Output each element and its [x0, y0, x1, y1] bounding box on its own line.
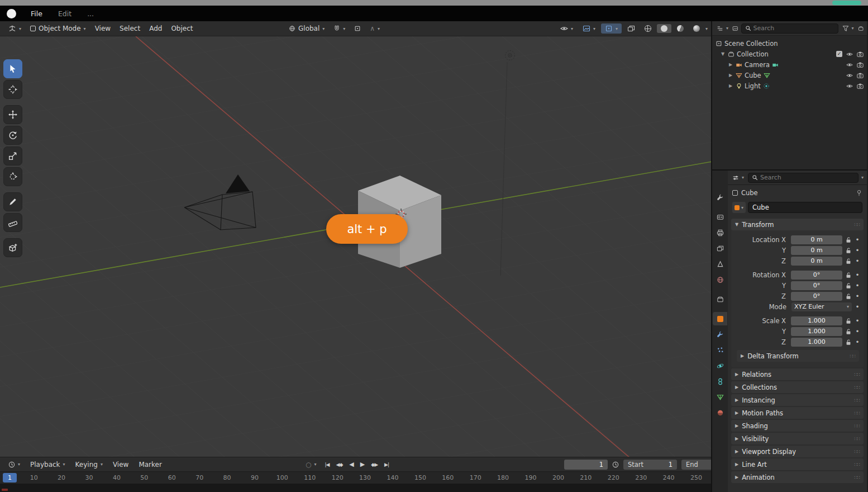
animate-dot[interactable]: •	[855, 317, 860, 325]
select-tool-button[interactable]	[3, 59, 22, 78]
properties-editor-type-button[interactable]: ▾	[731, 174, 745, 181]
menubar-indicator[interactable]	[832, 1, 861, 5]
timeline-menu-dropdown[interactable]: Keying▾	[71, 460, 107, 470]
overlays-toggle[interactable]: ▾	[601, 23, 622, 34]
play-reverse-button[interactable]: ◀	[347, 460, 355, 469]
new-collection-icon[interactable]	[858, 25, 864, 32]
props-tab-modifiers[interactable]	[713, 328, 727, 341]
value-field[interactable]: 0°	[791, 281, 842, 290]
animate-dot[interactable]: •	[855, 236, 860, 244]
lock-icon[interactable]	[845, 328, 852, 335]
drag-grip[interactable]: ∷∷	[855, 410, 860, 416]
animate-dot[interactable]: •	[855, 282, 860, 290]
eye-icon[interactable]	[846, 72, 853, 79]
drag-grip[interactable]: ∷∷	[855, 449, 860, 455]
animate-dot[interactable]: •	[855, 271, 860, 279]
value-field[interactable]: 1.000	[791, 316, 842, 325]
editor-type-button[interactable]: ▾	[4, 23, 25, 34]
mac-menu-item[interactable]: Edit	[58, 10, 71, 18]
props-section-header[interactable]: ▶ Instancing ∷∷	[731, 394, 864, 406]
outliner-editor-type-button[interactable]: ▾	[716, 25, 729, 32]
drag-grip[interactable]: ∷∷	[855, 222, 860, 228]
animate-dot[interactable]: •	[855, 303, 860, 311]
props-tab-world[interactable]	[713, 273, 727, 286]
rotate-tool-button[interactable]	[3, 126, 22, 145]
render-visibility-icon[interactable]	[857, 51, 864, 58]
value-field[interactable]: 1.000	[791, 327, 842, 336]
props-tab-object[interactable]	[713, 312, 727, 325]
render-visibility-icon[interactable]	[857, 83, 864, 89]
lock-icon[interactable]	[845, 247, 852, 254]
props-tab-particles[interactable]	[713, 343, 727, 357]
visibility-dropdown[interactable]: ▾	[556, 23, 577, 34]
props-section-header[interactable]: ▶ Viewport Display ∷∷	[731, 446, 864, 457]
mac-menu-item[interactable]: ...	[87, 10, 94, 18]
move-tool-button[interactable]	[3, 105, 22, 124]
properties-search-input[interactable]	[760, 174, 855, 181]
pin-icon[interactable]	[856, 190, 862, 196]
animate-dot[interactable]: •	[855, 338, 860, 346]
props-tab-data[interactable]	[713, 390, 727, 404]
value-field[interactable]: 0°	[791, 292, 842, 301]
value-field[interactable]: 0 m	[791, 246, 842, 255]
props-tab-material[interactable]	[713, 406, 727, 419]
shading-material-button[interactable]	[673, 24, 688, 33]
object-mode-dropdown[interactable]: Object Mode ▾	[26, 23, 90, 34]
outliner-search-input[interactable]	[753, 25, 834, 32]
play-button[interactable]: ▶	[358, 460, 366, 469]
lock-icon[interactable]	[845, 318, 852, 324]
chevron-down-icon[interactable]: ▾	[861, 175, 864, 180]
props-tab-tool[interactable]	[713, 191, 727, 204]
prev-keyframe-button[interactable]: ◀◆	[333, 461, 345, 469]
shading-wireframe-button[interactable]	[641, 24, 655, 33]
jump-to-start-button[interactable]: |◀	[323, 461, 332, 469]
transform-tool-button[interactable]	[3, 167, 22, 186]
props-section-header[interactable]: ▶ Motion Paths ∷∷	[731, 407, 864, 419]
current-frame-field[interactable]: 1	[564, 460, 608, 470]
shading-rendered-button[interactable]	[689, 24, 704, 33]
drag-grip[interactable]: ∷∷	[855, 436, 860, 442]
frame-end-field[interactable]: End 250	[681, 460, 711, 470]
cursor-tool-button[interactable]	[3, 80, 22, 99]
frame-start-field[interactable]: Start 1	[623, 460, 677, 470]
timeline-ruler[interactable]: 10 20 30 40 50 60 70 80	[0, 471, 711, 484]
outliner-row-collection[interactable]: ▼ Collection ✓	[713, 49, 866, 59]
props-tab-scene[interactable]	[713, 257, 727, 271]
value-field[interactable]: 1.000	[791, 338, 842, 347]
playhead-frame-badge[interactable]: 1	[3, 473, 17, 482]
3d-viewport[interactable]: alt + p	[0, 36, 711, 457]
props-section-header[interactable]: ▶ Collections ∷∷	[731, 381, 864, 393]
rotation-mode-dropdown[interactable]: XYZ Euler ▾	[791, 302, 852, 311]
animate-dot[interactable]: •	[855, 292, 860, 300]
lock-icon[interactable]	[845, 272, 852, 278]
timeline-editor-type-button[interactable]: ▾	[4, 460, 24, 469]
props-section-header[interactable]: ▶ Visibility ∷∷	[731, 433, 864, 444]
collection-checkbox[interactable]: ✓	[836, 51, 842, 57]
jump-to-end-button[interactable]: ▶|	[382, 461, 391, 469]
lock-icon[interactable]	[845, 258, 852, 264]
properties-search[interactable]	[748, 173, 859, 183]
viewport-menu-item[interactable]: View	[91, 23, 115, 34]
props-tab-constraints[interactable]	[713, 375, 727, 388]
outliner-row-cube[interactable]: ▶ Cube	[713, 70, 866, 81]
drag-grip[interactable]: ∷∷	[855, 398, 860, 403]
drag-grip[interactable]: ∷∷	[850, 353, 855, 359]
proportional-edit-toggle[interactable]	[350, 24, 365, 33]
scale-tool-button[interactable]	[3, 146, 22, 165]
drag-grip[interactable]: ∷∷	[855, 385, 860, 390]
chevron-down-icon[interactable]: ▾	[705, 26, 708, 31]
drag-grip[interactable]: ∷∷	[855, 462, 860, 467]
props-section-header[interactable]: ▶ Line Art ∷∷	[731, 458, 864, 470]
annotate-tool-button[interactable]	[3, 192, 22, 211]
lock-icon[interactable]	[845, 293, 852, 300]
animate-dot[interactable]: •	[855, 257, 860, 265]
transform-orientation-dropdown[interactable]: Global ▾	[285, 23, 328, 34]
lock-icon[interactable]	[845, 339, 852, 346]
props-tab-collection[interactable]	[713, 292, 727, 306]
display-mode-icon[interactable]	[732, 25, 738, 32]
viewport-menu-item[interactable]: Object	[167, 23, 197, 34]
viewport-menu-item[interactable]: Add	[145, 23, 166, 34]
next-keyframe-button[interactable]: ◆▶	[369, 461, 380, 469]
render-visibility-icon[interactable]	[857, 62, 864, 68]
value-field[interactable]: 0 m	[791, 257, 842, 266]
